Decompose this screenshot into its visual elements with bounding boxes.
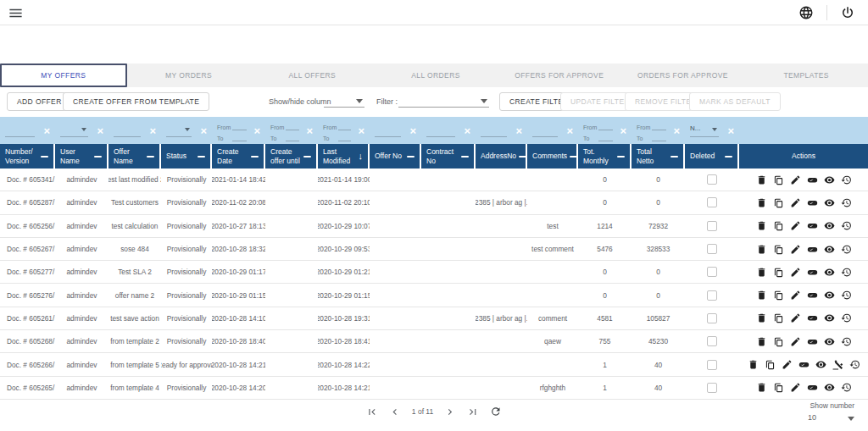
filter-from-input[interactable] xyxy=(232,122,247,130)
clear-filter-icon[interactable]: × xyxy=(253,125,260,136)
clear-filter-icon[interactable]: × xyxy=(149,125,156,136)
next-page-icon[interactable] xyxy=(444,406,456,417)
sort-desc-icon[interactable]: ↓ xyxy=(359,151,364,162)
pill-check-icon[interactable] xyxy=(807,174,818,185)
filter-to-input[interactable] xyxy=(598,133,613,141)
tab-orders-for-approve[interactable]: ORDERS FOR APPROVE xyxy=(621,64,745,87)
tab-my-offers[interactable]: MY OFFERS xyxy=(0,64,127,87)
prev-page-icon[interactable] xyxy=(389,406,401,417)
delete-icon[interactable] xyxy=(756,312,767,323)
edit-icon[interactable] xyxy=(790,312,801,323)
edit-icon[interactable] xyxy=(790,174,801,185)
clear-filter-icon[interactable]: × xyxy=(306,125,313,136)
sort-none-icon[interactable] xyxy=(251,156,259,157)
tab-templates[interactable]: TEMPLATES xyxy=(744,64,868,87)
filter-input-offer_no[interactable] xyxy=(375,136,401,137)
sort-none-icon[interactable] xyxy=(461,156,469,157)
filter-select-status[interactable] xyxy=(166,136,192,137)
edit-icon[interactable] xyxy=(790,382,801,393)
filter-input-contract_no[interactable] xyxy=(426,136,455,137)
deleted-checkbox[interactable] xyxy=(707,197,717,207)
clear-filter-icon[interactable]: × xyxy=(673,125,680,136)
pill-check-icon[interactable] xyxy=(807,267,818,278)
copy-icon[interactable] xyxy=(773,267,784,278)
column-header-actions[interactable]: Actions xyxy=(739,144,868,169)
deleted-checkbox[interactable] xyxy=(707,360,717,370)
filter-to-input[interactable] xyxy=(232,133,247,141)
copy-icon[interactable] xyxy=(773,244,784,255)
deleted-checkbox[interactable] xyxy=(707,336,717,346)
clear-filter-icon[interactable]: × xyxy=(515,125,522,136)
view-icon[interactable] xyxy=(824,174,835,185)
history-icon[interactable] xyxy=(841,312,852,323)
sort-none-icon[interactable] xyxy=(725,156,732,157)
clear-filter-icon[interactable]: × xyxy=(43,125,50,136)
page-size-select[interactable]: 10 xyxy=(770,413,854,425)
column-header-deleted[interactable]: Deleted xyxy=(685,144,739,169)
column-header-offer_until[interactable]: Create offer until xyxy=(265,144,318,169)
filter-to-input[interactable] xyxy=(338,133,351,141)
column-header-contract_no[interactable]: Contract No xyxy=(421,144,476,169)
sort-none-icon[interactable] xyxy=(617,156,625,157)
power-icon[interactable] xyxy=(839,4,856,21)
column-header-last_modified[interactable]: Last Modified↓ xyxy=(318,144,370,169)
delete-icon[interactable] xyxy=(756,290,767,301)
delete-icon[interactable] xyxy=(756,197,767,208)
view-icon[interactable] xyxy=(815,359,826,370)
history-icon[interactable] xyxy=(841,382,852,393)
clear-filter-icon[interactable]: × xyxy=(409,125,416,136)
view-icon[interactable] xyxy=(824,197,835,208)
deleted-checkbox[interactable] xyxy=(707,221,717,231)
tab-all-orders[interactable]: ALL ORDERS xyxy=(374,64,498,87)
view-icon[interactable] xyxy=(824,267,835,278)
edit-icon[interactable] xyxy=(790,267,801,278)
pill-check-icon[interactable] xyxy=(807,197,818,208)
filter-from-input[interactable] xyxy=(338,122,351,130)
history-icon[interactable] xyxy=(841,290,852,301)
approve-icon[interactable] xyxy=(832,359,843,370)
view-icon[interactable] xyxy=(824,220,835,231)
sort-none-icon[interactable] xyxy=(570,156,577,157)
deleted-checkbox[interactable] xyxy=(707,290,717,301)
clear-filter-icon[interactable]: × xyxy=(358,125,364,136)
edit-icon[interactable] xyxy=(790,290,801,301)
history-icon[interactable] xyxy=(841,174,852,185)
filter-to-input[interactable] xyxy=(652,133,666,141)
history-icon[interactable] xyxy=(841,220,852,231)
create-offer-from-template-button[interactable]: CREATE OFFER FROM TEMPLATE xyxy=(63,92,209,111)
column-header-tot_monthly[interactable]: Tot. Monthly xyxy=(578,144,632,169)
edit-icon[interactable] xyxy=(790,220,801,231)
history-icon[interactable] xyxy=(841,244,852,255)
sort-none-icon[interactable] xyxy=(303,156,311,157)
filter-input-offer_name[interactable] xyxy=(114,136,141,137)
copy-icon[interactable] xyxy=(773,174,784,185)
clear-filter-icon[interactable]: × xyxy=(566,125,573,136)
deleted-checkbox[interactable] xyxy=(707,244,717,254)
view-icon[interactable] xyxy=(824,336,835,347)
view-icon[interactable] xyxy=(824,244,835,255)
copy-icon[interactable] xyxy=(773,290,784,301)
pill-check-icon[interactable] xyxy=(807,382,818,393)
column-header-user[interactable]: User Name xyxy=(55,144,108,169)
deleted-checkbox[interactable] xyxy=(707,267,717,277)
sort-none-icon[interactable] xyxy=(519,156,526,157)
copy-icon[interactable] xyxy=(773,312,784,323)
copy-icon[interactable] xyxy=(765,359,776,370)
filter-select-deleted[interactable] xyxy=(690,136,719,137)
filter-from-input[interactable] xyxy=(286,122,299,130)
sort-none-icon[interactable] xyxy=(147,156,154,157)
column-header-create_date[interactable]: Create Date xyxy=(212,144,265,169)
tab-my-orders[interactable]: MY ORDERS xyxy=(127,64,251,87)
deleted-checkbox[interactable] xyxy=(707,313,717,323)
show-hide-column-select[interactable] xyxy=(324,94,364,108)
clear-filter-icon[interactable]: × xyxy=(620,125,626,136)
deleted-checkbox[interactable] xyxy=(707,383,717,393)
sort-none-icon[interactable] xyxy=(407,156,415,157)
delete-icon[interactable] xyxy=(756,336,767,347)
first-page-icon[interactable] xyxy=(366,406,378,417)
column-header-status[interactable]: Status xyxy=(161,144,212,169)
tab-offers-for-approve[interactable]: OFFERS FOR APPROVE xyxy=(498,64,621,87)
sort-none-icon[interactable] xyxy=(670,156,678,157)
delete-icon[interactable] xyxy=(756,220,767,231)
column-header-address_no[interactable]: AddressNo xyxy=(476,144,527,169)
